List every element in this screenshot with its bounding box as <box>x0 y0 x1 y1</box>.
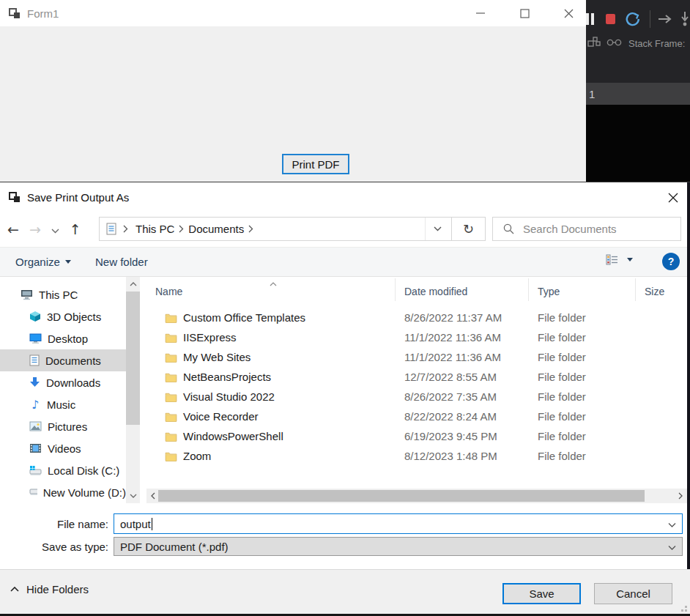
scrollbar-thumb[interactable] <box>126 292 140 425</box>
scroll-up-icon[interactable] <box>126 278 140 291</box>
column-header-size[interactable]: Size <box>636 278 687 301</box>
sidebar-item-documents[interactable]: Documents <box>0 349 126 371</box>
chevron-right-icon[interactable] <box>123 223 128 235</box>
print-pdf-button[interactable]: Print PDF <box>282 154 349 174</box>
address-dropdown-chevron-icon[interactable] <box>425 218 450 240</box>
sidebar-item-videos[interactable]: Videos <box>0 437 126 459</box>
chevron-down-icon[interactable] <box>668 541 676 553</box>
folder-icon <box>165 451 177 461</box>
recent-locations-chevron-icon[interactable] <box>51 223 59 236</box>
form-app-icon <box>9 8 21 19</box>
navigation-bar: ← → ↑ This PC Documents ↻ <box>0 212 690 247</box>
watch-glasses-icon[interactable] <box>606 38 623 49</box>
table-row[interactable]: Voice Recorder 8/22/2022 8:24 AM File fo… <box>146 407 687 426</box>
table-row[interactable]: Custom Office Templates 8/26/2022 11:37 … <box>146 308 687 327</box>
search-input[interactable] <box>523 223 680 235</box>
breadcrumb[interactable]: This PC Documents ↻ <box>99 217 486 241</box>
view-mode-button[interactable] <box>606 254 633 265</box>
scrollbar-thumb[interactable] <box>158 490 645 502</box>
table-row[interactable]: NetBeansProjects 12/7/2022 8:55 AM File … <box>146 367 687 387</box>
screen: Form1 Print PDF <box>0 0 690 616</box>
refresh-icon[interactable]: ↻ <box>451 218 485 240</box>
sidebar-item-new-volume-d[interactable]: New Volume (D:) <box>0 481 126 503</box>
column-header-date-modified[interactable]: Date modified <box>396 278 529 301</box>
process-icon[interactable] <box>587 37 601 51</box>
restart-icon[interactable] <box>625 11 641 27</box>
sidebar-item-3d-objects[interactable]: 3D Objects <box>0 305 126 327</box>
chevron-down-icon <box>65 260 71 264</box>
table-row[interactable]: WindowsPowerShell 6/19/2023 9:45 PM File… <box>146 426 687 446</box>
step-over-icon[interactable] <box>658 14 672 24</box>
sidebar-item-local-disk-c[interactable]: Local Disk (C:) <box>0 459 126 481</box>
command-bar: Organize New folder ? <box>0 247 690 277</box>
file-name-label: File name: <box>0 518 108 530</box>
maximize-button[interactable] <box>516 4 533 22</box>
chevron-down-icon <box>627 258 633 261</box>
sidebar-scrollbar[interactable] <box>126 277 140 503</box>
back-button[interactable]: ← <box>7 223 19 237</box>
form-window-title: Form1 <box>27 7 59 20</box>
stop-debug-icon[interactable] <box>606 14 615 24</box>
pictures-icon <box>29 421 42 431</box>
breadcrumb-documents[interactable]: Documents <box>184 218 248 240</box>
sidebar-item-downloads[interactable]: Downloads <box>0 371 126 393</box>
documents-icon <box>29 355 40 366</box>
dialog-bottom-bar: Hide Folders Save Cancel <box>0 569 690 616</box>
save-dialog: Save Print Output As ← → ↑ This PC Docum… <box>0 182 690 616</box>
help-button[interactable]: ? <box>662 253 680 270</box>
column-header-name[interactable]: Name <box>146 278 396 301</box>
scroll-right-icon[interactable] <box>674 489 687 503</box>
organize-button[interactable]: Organize <box>15 248 71 276</box>
chevron-right-icon[interactable] <box>179 223 184 235</box>
desktop-icon <box>29 333 42 344</box>
sidebar-item-desktop[interactable]: Desktop <box>0 327 126 349</box>
3d-objects-icon <box>29 311 41 322</box>
table-row[interactable]: My Web Sites 11/1/2022 11:36 AM File fol… <box>146 347 687 367</box>
dialog-title: Save Print Output As <box>27 191 129 204</box>
forward-button[interactable]: → <box>29 223 41 237</box>
form1-window: Form1 Print PDF <box>0 0 586 182</box>
toolbar-separator <box>650 10 650 28</box>
pause-icon[interactable] <box>586 13 594 25</box>
resize-grip[interactable] <box>679 604 688 612</box>
search-box[interactable] <box>492 217 681 241</box>
table-row[interactable]: Visual Studio 2022 8/26/2022 7:35 AM Fil… <box>146 387 687 407</box>
save-as-type-select[interactable]: PDF Document (*.pdf) <box>114 537 683 556</box>
vs-empty-panel <box>586 105 690 182</box>
column-header-type[interactable]: Type <box>529 278 636 301</box>
close-button[interactable] <box>560 4 577 22</box>
videos-icon <box>29 443 42 453</box>
minimize-button[interactable] <box>472 4 489 22</box>
sort-ascending-icon <box>270 277 277 289</box>
sidebar-item-music[interactable]: ♪ Music <box>0 393 126 415</box>
sidebar-item-pictures[interactable]: Pictures <box>0 415 126 437</box>
pc-icon <box>21 289 33 300</box>
cancel-button[interactable]: Cancel <box>594 583 672 604</box>
stack-frame-row[interactable]: 1 <box>586 83 690 105</box>
hide-folders-button[interactable]: Hide Folders <box>10 583 89 595</box>
step-into-icon[interactable] <box>680 11 690 27</box>
table-row[interactable]: IISExpress 11/1/2022 11:36 AM File folde… <box>146 327 687 347</box>
dialog-titlebar[interactable]: Save Print Output As <box>0 182 690 212</box>
chevron-right-icon[interactable] <box>248 223 253 235</box>
save-button[interactable]: Save <box>502 583 581 604</box>
scroll-down-icon[interactable] <box>126 489 140 502</box>
folder-icon <box>165 431 177 442</box>
visual-studio-strip: Stack Frame: 1 <box>586 0 690 182</box>
column-headers: Name Date modified Type Size <box>146 278 687 301</box>
breadcrumb-this-pc[interactable]: This PC <box>131 218 179 240</box>
sidebar-item-this-pc[interactable]: This PC <box>0 283 126 305</box>
music-icon: ♪ <box>29 398 41 412</box>
dialog-close-icon[interactable] <box>665 190 681 206</box>
folder-icon <box>165 313 177 323</box>
new-folder-button[interactable]: New folder <box>95 248 148 276</box>
chevron-down-icon[interactable] <box>668 518 676 530</box>
folder-icon <box>165 392 177 402</box>
save-as-type-label: Save as type: <box>0 541 108 553</box>
up-button[interactable]: ↑ <box>70 223 81 237</box>
file-name-input[interactable]: output <box>114 513 683 534</box>
search-icon <box>503 223 514 234</box>
form1-titlebar[interactable]: Form1 <box>0 0 586 26</box>
table-row[interactable]: Zoom 8/12/2023 1:48 PM File folder <box>146 446 687 466</box>
horizontal-scrollbar[interactable] <box>146 489 687 503</box>
